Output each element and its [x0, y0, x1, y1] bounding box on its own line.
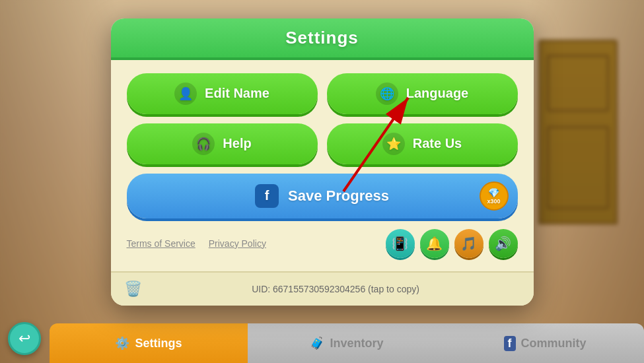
links-icons-row: Terms of Service Privacy Policy 📳 🔔 🎵 🔊 [127, 229, 518, 258]
icon-buttons: 📳 🔔 🎵 🔊 [386, 229, 518, 258]
vibrate-icon: 📳 [392, 236, 408, 251]
modal-body: 👤 Edit Name 🌐 Language 🎧 Help ⭐ Rate Us [111, 60, 534, 271]
music-button[interactable]: 🎵 [454, 229, 483, 258]
modal-overlay: Settings 👤 Edit Name 🌐 Language 🎧 Help [0, 0, 644, 363]
help-button[interactable]: 🎧 Help [127, 123, 318, 164]
bell-icon: 🔔 [426, 236, 443, 251]
trash-icon[interactable]: 🗑️ [124, 280, 142, 298]
music-icon: 🎵 [460, 236, 477, 251]
button-row-1: 👤 Edit Name 🌐 Language [127, 73, 518, 114]
sound-button[interactable]: 🔊 [489, 229, 518, 258]
notification-button[interactable]: 🔔 [420, 229, 449, 258]
globe-icon: 🌐 [376, 82, 398, 105]
terms-link[interactable]: Terms of Service [127, 238, 196, 249]
sound-icon: 🔊 [495, 236, 511, 251]
uid-text[interactable]: UID: 667155730592304256 (tap to copy) [151, 284, 520, 294]
modal-title: Settings [285, 28, 359, 48]
facebook-icon: f [255, 184, 279, 208]
language-button[interactable]: 🌐 Language [327, 73, 518, 114]
rate-us-button[interactable]: ⭐ Rate Us [327, 123, 518, 164]
headphone-icon: 🎧 [192, 133, 215, 155]
uid-row: 🗑️ UID: 667155730592304256 (tap to copy) [111, 271, 534, 306]
button-row-2: 🎧 Help ⭐ Rate Us [127, 123, 518, 164]
person-icon: 👤 [174, 82, 197, 105]
privacy-link[interactable]: Privacy Policy [209, 238, 266, 249]
star-icon: ⭐ [382, 133, 405, 155]
modal-header: Settings [111, 18, 534, 60]
edit-name-button[interactable]: 👤 Edit Name [127, 73, 318, 114]
settings-modal: Settings 👤 Edit Name 🌐 Language 🎧 Help [111, 18, 534, 306]
vibrate-button[interactable]: 📳 [386, 229, 415, 258]
links-left: Terms of Service Privacy Policy [127, 238, 386, 249]
reward-badge: 💎 x300 [480, 182, 509, 211]
save-progress-button[interactable]: f Save Progress 💎 x300 [127, 174, 518, 218]
